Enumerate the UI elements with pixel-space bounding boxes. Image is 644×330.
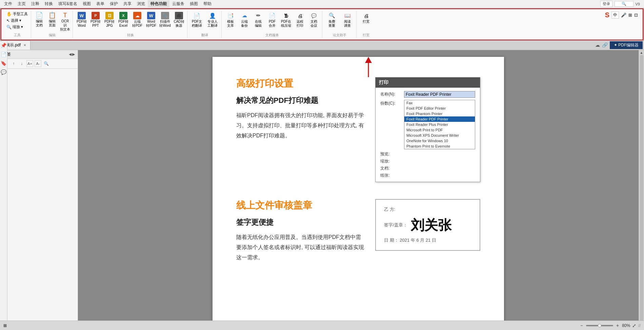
section-stamp-text: 线上文件审核盖章 签字更便捷 随着无纸化办公应用普及。当遇到使用PDF文档中需要… <box>236 199 365 263</box>
bottom-bar: ⊞ － ＋ 80% ⤢ // <box>0 321 644 330</box>
print-list-item-phantom[interactable]: Foxit Phantom Printer <box>404 111 475 116</box>
print-list-item-editor[interactable]: Foxit PDF Editor Printer <box>404 106 475 111</box>
menu-item-annotate[interactable]: 注释 <box>28 0 42 7</box>
ribbon-translate-group: 📄 PDF文档翻译 👤 专业人工翻译 翻译 <box>188 10 222 38</box>
zoom-minus-btn[interactable]: － <box>579 323 584 329</box>
print-printer-list[interactable]: Fax Foxit PDF Editor Printer Foxit Phant… <box>404 100 475 149</box>
read-survey-btn[interactable]: 📖 阅读调查 <box>340 11 355 28</box>
cloud-convert-btn[interactable]: ☁ 云端转PDF <box>130 11 144 28</box>
pdf-compress-btn[interactable]: 🗜 PDF在线压缩 <box>279 11 293 28</box>
cloud-sync-icon[interactable]: 🔗 <box>602 42 608 48</box>
pdf-translate-btn[interactable]: 📄 PDF文档翻译 <box>189 11 204 28</box>
sidebar-panel-icon-3[interactable]: 🔖 <box>1 61 6 66</box>
menu-icon[interactable]: ⊡ <box>634 13 638 18</box>
edit-page-btn[interactable]: 📋编辑页面 <box>46 11 58 28</box>
menu-item-share[interactable]: 共享 <box>121 0 134 7</box>
human-translate-btn[interactable]: 👤 专业人工翻译 <box>205 11 220 28</box>
word-to-pdf-btn[interactable]: W Word转PDF <box>144 11 158 28</box>
page-thumbnail-icon[interactable]: ⊞ <box>3 323 7 328</box>
section-print-title: 高级打印设置 <box>236 77 365 90</box>
print-list-item-xps[interactable]: Microsoft XPS Document Writer <box>404 133 475 138</box>
sidebar-collapse-icon[interactable]: ↓ <box>18 60 25 67</box>
check-dup-btn[interactable]: 🔍 免费查重 <box>324 11 339 28</box>
print-list-item-onenote[interactable]: OneNote for Windows 10 <box>404 138 475 144</box>
print-name-input[interactable]: Foxit Reader PDF Printer <box>404 91 475 98</box>
menu-item-form[interactable]: 表单 <box>94 0 107 7</box>
print-list-item-plus[interactable]: Foxit Reader Plus Printer <box>404 122 475 127</box>
sidebar-panel-icon-2[interactable]: 📄 <box>1 52 6 57</box>
cad-convert-btn[interactable]: ⬛ CAD转换器 <box>172 11 186 28</box>
menu-item-help[interactable]: 帮助 <box>201 0 214 7</box>
pdf-to-jpg-btn[interactable]: 🖼 PDF转JPG <box>103 11 116 28</box>
menu-item-cloud[interactable]: 云服务 <box>169 0 187 7</box>
menu-item-protect[interactable]: 保护 <box>107 0 121 7</box>
fullscreen-btn[interactable]: ⤢ <box>632 323 636 328</box>
menu-item-plugin[interactable]: 插图 <box>187 0 201 7</box>
sidebar-nav-next[interactable]: ▶ <box>72 52 75 57</box>
cloud-backup-btn[interactable]: ☁ 云端备份 <box>238 11 251 28</box>
stamp-date-row: 日 期： 2021 年 6 月 21 日 <box>384 237 471 243</box>
ribbon-assistant-group: 🔍 免费查重 📖 阅读调查 论文助手 <box>323 10 357 38</box>
grid-icon[interactable]: ⊞ <box>628 13 632 18</box>
sidebar-panel-icon-1[interactable]: 📌 <box>1 43 6 48</box>
online-edit-btn[interactable]: ✏ 在线编辑 <box>251 11 265 28</box>
doc-meeting-btn[interactable]: 💬 文档会议 <box>307 11 321 28</box>
sidebar: 书签 ◀ ▶ ⊞ ↑ ↓ A+ A- 🔍 📌 📄 🔖 💬 <box>0 50 78 330</box>
zoom-plus-btn[interactable]: ＋ <box>615 323 620 329</box>
print-copies-label: 份数(C): <box>380 101 404 106</box>
print-list-item-ms-pdf[interactable]: Microsoft Print to PDF <box>404 127 475 133</box>
search-input-area[interactable]: 🔍 <box>615 1 633 7</box>
print-list-item-evernote[interactable]: Phantom Print to Evernote <box>404 144 475 149</box>
mic-icon[interactable]: 🎤 <box>621 13 626 18</box>
pdf-editor-badge[interactable]: ✦ PDF编辑器 <box>610 41 643 49</box>
scan-to-word-btn[interactable]: 📎 扫描件转Word <box>158 11 172 28</box>
print-name-label: 名称(N): <box>380 91 404 97</box>
sidebar-search-icon[interactable]: 🔍 <box>43 60 49 67</box>
select-tool-btn[interactable]: ↖选择 ▾ <box>5 18 29 23</box>
section-stamp-body: 随着无纸化办公应用普及。当遇到使用PDF文档中需要添加个人签名或者标识时, 可以… <box>236 232 365 263</box>
stamp-illustration: 乙 方: 签字/盖章： 刘关张 日 期： 2021 年 6 月 21 日 <box>375 199 480 251</box>
login-button[interactable]: 登录 <box>600 1 612 7</box>
sidebar-font-up-icon[interactable]: A+ <box>26 60 33 67</box>
sidebar-panel-icon-4[interactable]: 💬 <box>1 69 6 75</box>
zoom-tool-btn[interactable]: 🔍缩放 ▾ <box>5 24 29 30</box>
pdf-to-ppt-btn[interactable]: P PDF转PPT <box>89 11 102 28</box>
docservice-group-label: 文档服务 <box>224 33 321 38</box>
convert-group-label: 转换 <box>75 33 186 38</box>
print-list-item-reader[interactable]: Foxit Reader PDF Printer <box>404 116 475 122</box>
scroll-up[interactable]: ▲ <box>640 51 643 54</box>
menu-item-special[interactable]: 特色功能 <box>148 0 169 7</box>
stamp-date-value: 2021 年 6 月 21 日 <box>400 238 436 243</box>
menu-item-sign[interactable]: 填写&签名 <box>56 0 80 7</box>
menu-item-browse[interactable]: 浏览 <box>134 0 148 7</box>
pdf-merge-btn[interactable]: 📄 PDF合并 <box>265 11 279 28</box>
ribbon-docservice-group: 📑 模板文库 ☁ 云端备份 ✏ 在线编辑 📄 PDF合并 🗜 PDF在 <box>222 10 322 38</box>
brand-logo: S <box>605 11 609 19</box>
edit-doc-btn[interactable]: 📄编辑文档 <box>33 11 45 28</box>
template-library-btn[interactable]: 📑 模板文库 <box>224 11 237 28</box>
print-group-label: 打宽 <box>359 33 374 38</box>
pdf-to-excel-btn[interactable]: X PDF转Excel <box>117 11 130 28</box>
hand-tool-btn[interactable]: ✋手型工具 <box>5 11 29 17</box>
menu-item-home[interactable]: 主页 <box>15 0 28 7</box>
menu-item-file[interactable]: 文件 <box>1 0 15 7</box>
sidebar-nav-prev[interactable]: ◀ <box>69 52 72 57</box>
tools-group-label: 工具 <box>5 33 29 38</box>
print-wide-btn[interactable]: 🖨 打宽 <box>359 11 374 24</box>
menu-item-convert[interactable]: 转换 <box>42 0 56 7</box>
right-scrollbar[interactable]: ▲ ▼ ▶ ↗ <box>639 50 644 330</box>
remote-print-btn[interactable]: 🖨 远程打印 <box>293 11 307 28</box>
ocr-btn[interactable]: TOCR识别文本 <box>59 11 71 32</box>
sidebar-font-down-icon[interactable]: A- <box>35 60 41 67</box>
ime-icon[interactable]: 中 <box>611 12 619 19</box>
print-preview-label: 预览: <box>380 151 404 157</box>
tab-close-icon[interactable]: ✕ <box>23 43 26 47</box>
section-stamp-title: 线上文件审核盖章 <box>236 199 365 212</box>
cloud-icon[interactable]: ☁ <box>595 42 600 48</box>
print-list-item-fax[interactable]: Fax <box>404 100 475 106</box>
section-print-subtitle: 解决常见的PDF打印难题 <box>236 95 365 106</box>
sidebar-expand-icon[interactable]: ↑ <box>10 60 17 67</box>
pdf-to-word-btn[interactable]: W PDF转Word <box>75 11 88 28</box>
menu-item-view[interactable]: 视图 <box>80 0 94 7</box>
section-print-body: 福昕PDF阅读器拥有强大的打印功能, 界面友好易于学习。支持虚拟打印、批量打印等… <box>236 110 365 141</box>
